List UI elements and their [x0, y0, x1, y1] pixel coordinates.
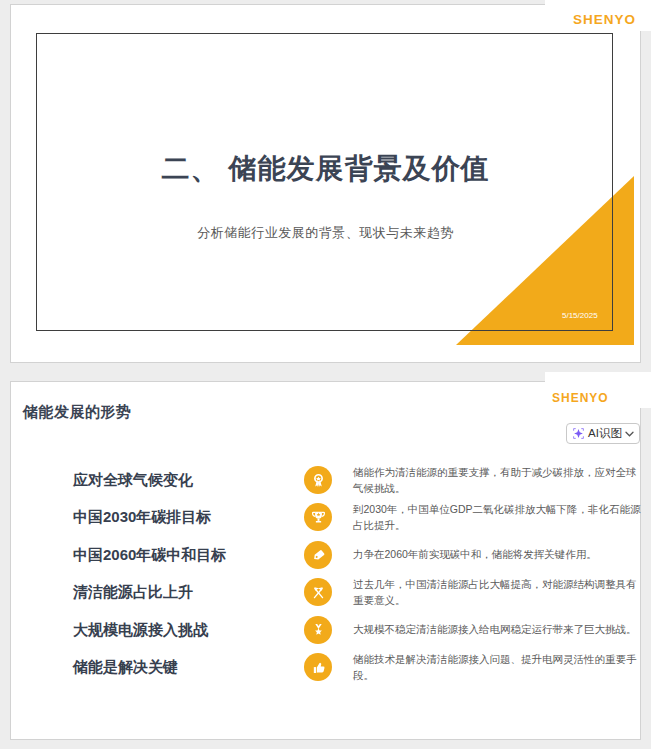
row-label: 大规模电源接入挑战: [73, 621, 208, 640]
row-description: 储能作为清洁能源的重要支撑，有助于减少碳排放，应对全球气候挑战。: [353, 465, 642, 496]
list-item: 储能是解决关键 储能技术是解决清洁能源接入问题、提升电网灵活性的重要手段。: [11, 653, 640, 681]
slide-date: 5/15/2025: [562, 311, 598, 320]
row-label: 应对全球气候变化: [73, 471, 193, 490]
chevron-down-icon: [625, 431, 634, 437]
list-item: 中国2030年碳排目标 到2030年，中国单位GDP二氧化碳排放大幅下降，非化石…: [11, 503, 640, 531]
section-subtitle: 分析储能行业发展的背景、现状与未来趋势: [11, 224, 640, 242]
row-label: 中国2060年碳中和目标: [73, 546, 226, 565]
list-item: 中国2060年碳中和目标 力争在2060年前实现碳中和，储能将发挥关键作用。: [11, 541, 640, 569]
row-label: 清洁能源占比上升: [73, 583, 193, 602]
crossed-flags-icon: [304, 578, 332, 606]
logo-plate: SHENYO: [545, 0, 651, 31]
brand-logo: SHENYO: [552, 391, 609, 405]
slide-2-content[interactable]: 储能发展的形势 AI识图 应对全球气候变化 储能作为清洁能源的重要支撑，有助于: [10, 381, 641, 740]
row-description: 力争在2060年前实现碳中和，储能将发挥关键作用。: [353, 547, 642, 563]
page-title: 储能发展的形势: [23, 403, 132, 422]
list-item: 清洁能源占比上升 过去几年，中国清洁能源占比大幅提高，对能源结构调整具有重要意义…: [11, 578, 640, 606]
row-description: 储能技术是解决清洁能源接入问题、提升电网灵活性的重要手段。: [353, 652, 642, 683]
list-item: 应对全球气候变化 储能作为清洁能源的重要支撑，有助于减少碳排放，应对全球气候挑战…: [11, 466, 640, 494]
brand-logo: SHENYO: [573, 12, 636, 27]
ai-recognize-button[interactable]: AI识图: [566, 423, 640, 444]
award-ribbon-icon: [304, 466, 332, 494]
row-description: 过去几年，中国清洁能源占比大幅提高，对能源结构调整具有重要意义。: [353, 577, 642, 608]
row-label: 储能是解决关键: [73, 658, 178, 677]
medal-icon: [304, 616, 332, 644]
sparkle-icon: [572, 427, 585, 440]
list-item: 大规模电源接入挑战 大规模不稳定清洁能源接入给电网稳定运行带来了巨大挑战。: [11, 616, 640, 644]
logo-plate: SHENYO: [545, 372, 651, 408]
row-description: 大规模不稳定清洁能源接入给电网稳定运行带来了巨大挑战。: [353, 622, 642, 638]
row-description: 到2030年，中国单位GDP二氧化碳排放大幅下降，非化石能源占比提升。: [353, 502, 642, 533]
row-label: 中国2030年碳排目标: [73, 508, 211, 527]
slide-1-section-cover[interactable]: 二、 储能发展背景及价值 分析储能行业发展的背景、现状与未来趋势 5/15/20…: [10, 4, 641, 363]
section-title: 二、 储能发展背景及价值: [11, 150, 640, 188]
ai-button-label: AI识图: [588, 426, 622, 441]
thumbs-up-icon: [304, 653, 332, 681]
price-tag-icon: [304, 541, 332, 569]
trophy-icon: [304, 503, 332, 531]
